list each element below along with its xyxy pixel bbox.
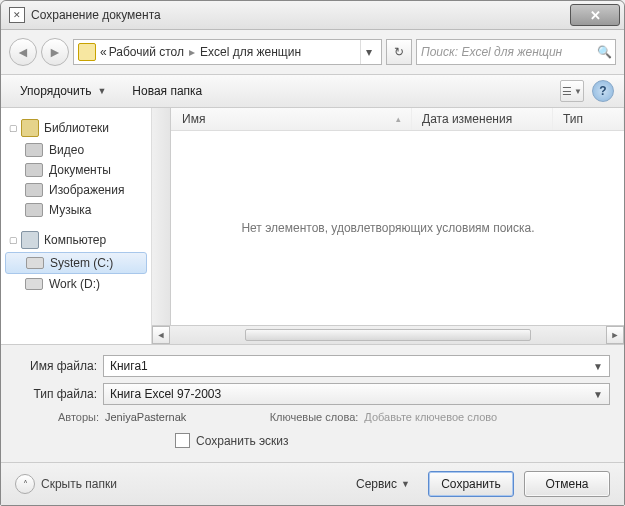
sidebar-item-label: Видео [49, 143, 84, 157]
file-list: Нет элементов, удовлетворяющих условиям … [152, 131, 624, 325]
libraries-icon [21, 119, 39, 137]
chevron-down-icon: ▾ [366, 45, 372, 59]
hide-folders-button[interactable]: ˄ Скрыть папки [15, 474, 117, 494]
sidebar-item-documents[interactable]: Документы [1, 160, 151, 180]
filename-label: Имя файла: [15, 359, 97, 373]
arrow-left-icon: ◄ [16, 44, 30, 60]
toolbar: Упорядочить ▼ Новая папка ☰ ▼ ? [1, 75, 624, 108]
list-icon: ☰ [562, 85, 572, 98]
sidebar-item-drive-d[interactable]: Work (D:) [1, 274, 151, 294]
sidebar-group-computer: ▢ Компьютер System (C:) Work (D:) [1, 228, 151, 294]
metadata-row: Авторы: JeniyaPasternak Ключевые слова: … [15, 411, 610, 423]
scroll-right-button[interactable]: ► [606, 326, 624, 344]
music-icon [25, 203, 43, 217]
keywords-label: Ключевые слова: [258, 411, 358, 423]
footer: ˄ Скрыть папки Сервис ▼ Сохранить Отмена [1, 462, 624, 505]
column-label: Имя [182, 112, 205, 126]
app-icon: ✕ [9, 7, 25, 23]
expand-icon: ▢ [9, 235, 19, 245]
sidebar-item-images[interactable]: Изображения [1, 180, 151, 200]
authors-value[interactable]: JeniyaPasternak [105, 411, 186, 423]
column-label: Тип [563, 112, 583, 126]
chevron-down-icon: ▼ [593, 361, 603, 372]
filename-row: Имя файла: Книга1 ▼ [15, 355, 610, 377]
chevron-right-icon: ▸ [186, 45, 198, 59]
sort-indicator-icon: ▴ [396, 114, 401, 124]
sidebar-label: Компьютер [44, 233, 106, 247]
window-title: Сохранение документа [31, 8, 566, 22]
breadcrumb[interactable]: « Рабочий стол ▸ Excel для женщин ▾ [73, 39, 382, 65]
dialog-body: ▢ Библиотеки Видео Документы Изображения [1, 108, 624, 345]
filetype-label: Тип файла: [15, 387, 97, 401]
sidebar-item-label: Work (D:) [49, 277, 100, 291]
filetype-combobox[interactable]: Книга Excel 97-2003 ▼ [103, 383, 610, 405]
sidebar-item-drive-c[interactable]: System (C:) [5, 252, 147, 274]
new-folder-label: Новая папка [132, 84, 202, 98]
search-placeholder: Поиск: Excel для женщин [421, 45, 597, 59]
save-thumbnail-label: Сохранить эскиз [196, 434, 289, 448]
video-icon [25, 143, 43, 157]
refresh-icon: ↻ [394, 45, 404, 59]
sidebar-item-video[interactable]: Видео [1, 140, 151, 160]
breadcrumb-dropdown[interactable]: ▾ [360, 40, 377, 64]
breadcrumb-item[interactable]: Рабочий стол [109, 45, 184, 59]
documents-icon [25, 163, 43, 177]
filetype-value: Книга Excel 97-2003 [110, 387, 221, 401]
sidebar-header-computer[interactable]: ▢ Компьютер [1, 228, 151, 252]
scrollbar-horizontal[interactable]: ◄ ► [152, 325, 624, 344]
authors-label: Авторы: [35, 411, 99, 423]
drive-icon [26, 257, 44, 269]
images-icon [25, 183, 43, 197]
service-menu-button[interactable]: Сервис ▼ [348, 474, 418, 494]
sidebar: ▢ Библиотеки Видео Документы Изображения [1, 108, 152, 344]
save-thumbnail-checkbox[interactable] [175, 433, 190, 448]
column-header-type[interactable]: Тип [553, 108, 624, 130]
chevron-up-icon: ˄ [23, 479, 28, 490]
column-headers: Имя ▴ Дата изменения Тип [152, 108, 624, 131]
arrow-right-icon: ► [48, 44, 62, 60]
close-icon: ✕ [590, 8, 601, 23]
form-area: Имя файла: Книга1 ▼ Тип файла: Книга Exc… [1, 345, 624, 462]
help-icon: ? [599, 84, 606, 98]
file-pane: Имя ▴ Дата изменения Тип Нет элементов, … [152, 108, 624, 344]
keywords-value[interactable]: Добавьте ключевое слово [364, 411, 497, 423]
chevron-down-icon: ▼ [593, 389, 603, 400]
sidebar-item-label: System (C:) [50, 256, 113, 270]
sidebar-item-label: Изображения [49, 183, 124, 197]
new-folder-button[interactable]: Новая папка [123, 80, 211, 102]
cancel-button[interactable]: Отмена [524, 471, 610, 497]
cancel-button-label: Отмена [545, 477, 588, 491]
organize-button[interactable]: Упорядочить ▼ [11, 80, 115, 102]
filename-value: Книга1 [110, 359, 148, 373]
scroll-left-button[interactable]: ◄ [152, 326, 170, 344]
addressbar: ◄ ► « Рабочий стол ▸ Excel для женщин ▾ … [1, 30, 624, 75]
sidebar-item-label: Документы [49, 163, 111, 177]
empty-message: Нет элементов, удовлетворяющих условиям … [241, 221, 534, 235]
chevron-down-icon: ▼ [401, 479, 410, 489]
sidebar-item-music[interactable]: Музыка [1, 200, 151, 220]
column-header-name[interactable]: Имя ▴ [172, 108, 412, 130]
help-button[interactable]: ? [592, 80, 614, 102]
folder-icon [78, 43, 96, 61]
nav-forward-button[interactable]: ► [41, 38, 69, 66]
view-mode-button[interactable]: ☰ ▼ [560, 80, 584, 102]
hide-folders-label: Скрыть папки [41, 477, 117, 491]
column-header-date[interactable]: Дата изменения [412, 108, 553, 130]
column-label: Дата изменения [422, 112, 512, 126]
save-thumbnail-row: Сохранить эскиз [15, 433, 610, 448]
sidebar-header-libraries[interactable]: ▢ Библиотеки [1, 116, 151, 140]
save-button[interactable]: Сохранить [428, 471, 514, 497]
service-label: Сервис [356, 477, 397, 491]
filetype-row: Тип файла: Книга Excel 97-2003 ▼ [15, 383, 610, 405]
sidebar-group-libraries: ▢ Библиотеки Видео Документы Изображения [1, 116, 151, 220]
close-button[interactable]: ✕ [570, 4, 620, 26]
sidebar-label: Библиотеки [44, 121, 109, 135]
nav-back-button[interactable]: ◄ [9, 38, 37, 66]
search-input[interactable]: Поиск: Excel для женщин 🔍 [416, 39, 616, 65]
filename-input[interactable]: Книга1 ▼ [103, 355, 610, 377]
titlebar: ✕ Сохранение документа ✕ [1, 1, 624, 30]
refresh-button[interactable]: ↻ [386, 39, 412, 65]
organize-label: Упорядочить [20, 84, 91, 98]
scrollbar-thumb[interactable] [245, 329, 530, 341]
breadcrumb-item[interactable]: Excel для женщин [200, 45, 301, 59]
